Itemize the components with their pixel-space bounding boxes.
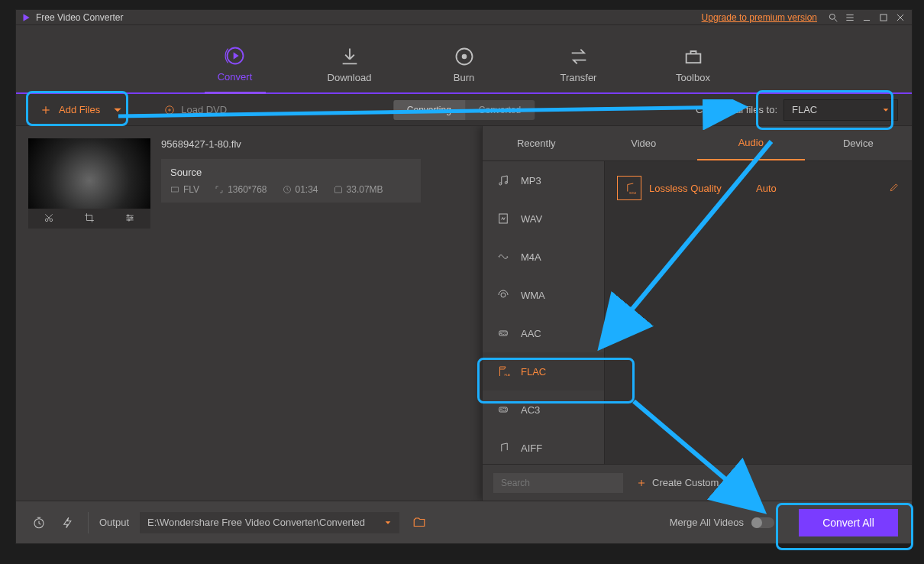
quality-source-icon: SOURCE	[617, 176, 641, 200]
main-tabs: Convert Download Burn Transfer Toolbox	[16, 25, 912, 94]
video-thumbnail[interactable]	[28, 138, 150, 209]
settings-icon[interactable]	[124, 212, 135, 225]
format-item-ac3[interactable]: AC3AC3	[483, 391, 604, 429]
bottom-bar: Output E:\Wondershare Free Video Convert…	[16, 501, 912, 543]
plus-icon	[637, 478, 646, 488]
svg-marker-48	[386, 521, 391, 523]
close-icon[interactable]	[893, 11, 907, 24]
audio-icon	[496, 441, 510, 455]
menu-icon[interactable]	[843, 11, 857, 24]
add-files-label: Add Files	[59, 104, 100, 115]
popup-tab-video[interactable]: Video	[590, 126, 698, 160]
audio-icon	[496, 212, 510, 225]
tab-toolbox[interactable]: Toolbox	[663, 46, 724, 92]
format-item-m4a[interactable]: M4A	[483, 238, 604, 276]
format-popup: Recently Video Audio Device MP3 WAV M4A …	[482, 126, 912, 501]
quality-label: Lossless Quality	[649, 183, 748, 194]
transfer-icon	[568, 46, 590, 67]
format-item-aiff[interactable]: AIFF	[483, 429, 604, 464]
svg-marker-0	[24, 14, 30, 21]
trim-icon[interactable]	[44, 212, 54, 225]
source-box: Source FLV 1360*768 01:34 33.07MB	[161, 159, 421, 203]
thumbnail-wrapper	[28, 138, 150, 229]
svg-line-23	[47, 214, 52, 219]
chevron-down-icon	[112, 105, 123, 115]
format-item-flac[interactable]: FLACFLAC	[483, 352, 604, 391]
tab-toolbox-label: Toolbox	[676, 72, 710, 83]
separator	[88, 512, 89, 533]
popup-tab-device[interactable]: Device	[805, 126, 913, 160]
merge-all-control: Merge All Videos	[670, 517, 774, 528]
quality-panel: SOURCE Lossless Quality Auto	[605, 161, 912, 464]
audio-icon: FLAC	[496, 365, 510, 378]
source-label: Source	[170, 167, 412, 178]
audio-icon: ACC	[496, 326, 510, 340]
minimize-icon[interactable]	[860, 11, 874, 24]
search-icon[interactable]	[826, 11, 840, 24]
tab-burn-label: Burn	[454, 72, 474, 83]
popup-tab-audio[interactable]: Audio	[697, 126, 805, 160]
audio-icon	[496, 288, 510, 302]
svg-line-24	[45, 214, 50, 219]
svg-line-2	[835, 18, 838, 21]
open-folder-icon[interactable]	[410, 514, 428, 532]
dvd-icon	[164, 105, 175, 115]
popup-tab-recently[interactable]: Recently	[483, 126, 590, 160]
schedule-icon[interactable]	[30, 514, 48, 532]
merge-toggle[interactable]	[751, 517, 774, 528]
svg-text:AC3: AC3	[500, 408, 507, 412]
tab-download[interactable]: Download	[319, 46, 380, 92]
seg-converting[interactable]: Converting	[393, 100, 465, 120]
crop-icon[interactable]	[84, 212, 95, 225]
upgrade-link[interactable]: Upgrade to premium version	[702, 12, 817, 23]
format-item-mp3[interactable]: MP3	[483, 161, 604, 199]
edit-icon[interactable]	[889, 182, 900, 195]
svg-point-13	[462, 55, 466, 59]
maximize-icon[interactable]	[877, 11, 890, 24]
seg-converted[interactable]: Converted	[465, 100, 535, 120]
format-item-wma[interactable]: WMA	[483, 276, 604, 314]
load-dvd-button[interactable]: Load DVD	[164, 104, 227, 115]
format-item-aac[interactable]: ACCAAC	[483, 314, 604, 352]
toolbox-icon	[683, 46, 704, 67]
tab-burn[interactable]: Burn	[434, 46, 495, 92]
convert-icon	[225, 45, 246, 66]
svg-text:FLAC: FLAC	[505, 374, 511, 377]
format-search-input[interactable]	[493, 473, 623, 493]
convert-all-button[interactable]: Convert All	[799, 509, 898, 536]
quality-value: Auto	[756, 183, 881, 194]
svg-point-1	[829, 14, 835, 19]
quality-row[interactable]: SOURCE Lossless Quality Auto	[612, 169, 904, 207]
codec-badge: FLV	[170, 184, 199, 195]
svg-marker-17	[115, 108, 121, 112]
svg-rect-7	[880, 14, 887, 20]
svg-point-36	[505, 182, 507, 184]
duration-badge: 01:34	[283, 184, 318, 195]
svg-rect-31	[172, 187, 179, 192]
app-title: Free Video Converter	[36, 12, 702, 23]
svg-point-35	[499, 183, 502, 185]
output-path-dropdown[interactable]: E:\Wondershare Free Video Converter\Conv…	[140, 512, 399, 533]
status-segment: Converting Converted	[393, 100, 535, 120]
output-label: Output	[99, 517, 129, 528]
popup-tabs: Recently Video Audio Device	[483, 126, 912, 161]
format-list[interactable]: MP3 WAV M4A WMA ACCAAC FLACFLAC AC3AC3 A…	[483, 161, 605, 464]
tab-transfer[interactable]: Transfer	[548, 46, 609, 92]
tab-download-label: Download	[328, 72, 372, 83]
svg-point-19	[169, 109, 170, 110]
popup-body: MP3 WAV M4A WMA ACCAAC FLACFLAC AC3AC3 A…	[483, 161, 912, 464]
content-area: 95689427-1-80.flv Source FLV 1360*768 01…	[16, 126, 912, 501]
gpu-icon[interactable]	[59, 514, 77, 532]
add-files-button[interactable]: Add Files	[30, 100, 134, 119]
create-custom-button[interactable]: Create Custom	[637, 477, 719, 488]
plus-icon	[40, 105, 51, 115]
svg-marker-11	[233, 52, 238, 59]
tab-convert[interactable]: Convert	[205, 45, 266, 94]
load-dvd-label: Load DVD	[181, 104, 227, 115]
output-format-dropdown[interactable]: FLAC	[783, 99, 898, 121]
format-item-wav[interactable]: WAV	[483, 199, 604, 238]
burn-icon	[454, 46, 475, 67]
popup-footer: Create Custom	[483, 464, 912, 501]
thumbnail-toolbar	[28, 209, 150, 229]
file-meta: FLV 1360*768 01:34 33.07MB	[170, 184, 412, 195]
